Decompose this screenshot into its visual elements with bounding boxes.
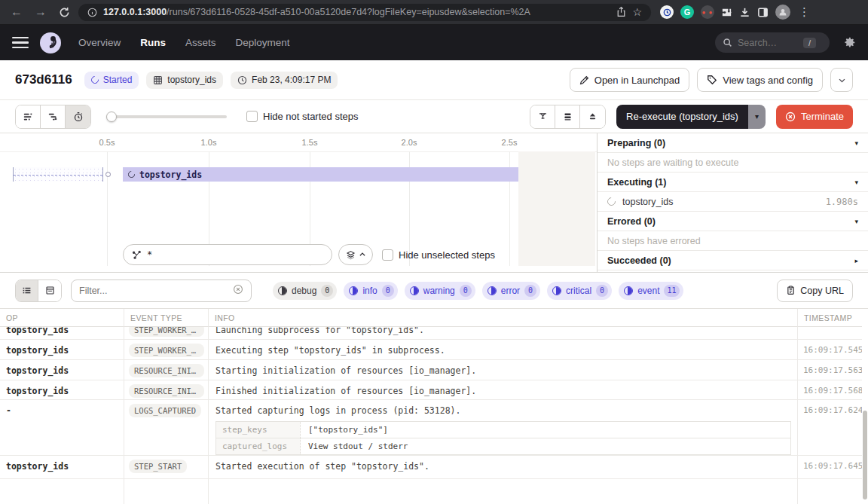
dagster-logo[interactable] bbox=[39, 32, 62, 54]
nav-item-runs[interactable]: Runs bbox=[140, 37, 166, 48]
level-toggle-critical[interactable]: critical 0 bbox=[547, 282, 612, 300]
job-grid-icon bbox=[153, 75, 163, 85]
errored-title: Errored (0) bbox=[607, 216, 656, 227]
run-id-title: 673d6116 bbox=[15, 72, 72, 87]
gantt-bottom-controls: Hide unselected steps bbox=[123, 244, 495, 265]
side-panel-icon[interactable] bbox=[757, 7, 769, 18]
log-timestamp: 16:09:17.624 bbox=[798, 400, 862, 456]
global-search[interactable]: / bbox=[715, 32, 830, 53]
log-op: topstory_ids bbox=[0, 340, 124, 360]
view-tags-config-button[interactable]: View tags and config bbox=[697, 68, 823, 92]
view-mode-waterfall-button[interactable] bbox=[41, 105, 66, 128]
log-filter-field[interactable] bbox=[71, 279, 252, 302]
hide-not-started-checkbox[interactable] bbox=[246, 111, 258, 122]
level-count: 0 bbox=[460, 285, 472, 297]
nav-item-deployment[interactable]: Deployment bbox=[236, 37, 290, 48]
log-scrollbar-thumb[interactable] bbox=[863, 411, 867, 499]
slider-knob[interactable] bbox=[106, 111, 117, 122]
run-time-tag: Feb 23, 4:09:17 PM bbox=[231, 72, 338, 89]
col-op: OP bbox=[0, 309, 124, 327]
log-timestamp: 16:09:17.563 bbox=[798, 360, 862, 380]
log-filter-input[interactable] bbox=[79, 286, 233, 296]
log-row[interactable]: topstory_ids STEP_START Started executio… bbox=[0, 456, 868, 479]
copy-url-button[interactable]: Copy URL bbox=[777, 279, 853, 302]
level-label: info bbox=[362, 286, 377, 296]
log-view-toggle-group bbox=[15, 279, 62, 302]
view-stdout-stderr-link[interactable]: View stdout / stderr bbox=[301, 438, 790, 454]
log-row[interactable]: topstory_ids RESOURCE_INIT_STARTED Start… bbox=[0, 360, 868, 380]
level-toggle-info[interactable]: info 0 bbox=[344, 282, 397, 300]
event-metadata-table: step_keys ["topstory_ids"] captured_logs… bbox=[215, 421, 791, 455]
gantt-chart: 0.5s 1.0s 1.5s 2.0s 2.5s topstory_ids bbox=[0, 133, 598, 272]
rows-expand-icon[interactable] bbox=[555, 105, 580, 128]
nav-item-assets[interactable]: Assets bbox=[185, 37, 216, 48]
level-toggle-warning[interactable]: warning 0 bbox=[405, 282, 475, 300]
clipboard-icon bbox=[786, 286, 796, 295]
run-content-split: 0.5s 1.0s 1.5s 2.0s 2.5s topstory_ids bbox=[0, 133, 868, 273]
gantt-zoom-slider[interactable] bbox=[106, 111, 227, 122]
job-tag[interactable]: topstory_ids bbox=[146, 72, 223, 89]
reexecute-caret-button[interactable]: ▾ bbox=[748, 105, 766, 129]
op-selector-field[interactable] bbox=[123, 244, 332, 265]
layers-icon bbox=[346, 250, 356, 260]
downloads-icon[interactable] bbox=[739, 7, 750, 18]
settings-gear-icon[interactable] bbox=[843, 36, 856, 49]
nav-item-overview[interactable]: Overview bbox=[78, 37, 121, 48]
level-label: error bbox=[501, 286, 520, 296]
terminate-button[interactable]: Terminate bbox=[776, 105, 853, 129]
reexecute-button[interactable]: Re-execute (topstory_ids) bbox=[616, 105, 748, 129]
log-view-structured-button[interactable] bbox=[38, 280, 61, 301]
executing-title: Executing (1) bbox=[607, 177, 667, 188]
log-op: topstory_ids bbox=[0, 327, 124, 340]
browser-forward-icon[interactable]: → bbox=[32, 5, 50, 19]
log-table: OP EVENT TYPE INFO TIMESTAMP topstory_id… bbox=[0, 309, 868, 504]
log-toolbar: debug 0 info 0 warning 0 error 0 critica… bbox=[0, 273, 868, 309]
browser-menu-icon[interactable]: ⋮ bbox=[797, 5, 811, 19]
chevron-up-icon bbox=[359, 251, 366, 258]
level-toggle-event[interactable]: event 11 bbox=[619, 282, 683, 300]
view-mode-flat-button[interactable] bbox=[16, 105, 41, 128]
log-row-clipped[interactable]: topstory_ids STEP_WORKER_STARTING Launch… bbox=[0, 327, 868, 340]
extension-robot-icon[interactable]: ● ● bbox=[701, 5, 714, 19]
hide-unselected-checkbox[interactable] bbox=[382, 249, 393, 261]
bookmark-star-icon[interactable]: ☆ bbox=[632, 6, 642, 18]
terminate-label: Terminate bbox=[801, 111, 844, 122]
hamburger-menu-icon[interactable] bbox=[12, 37, 29, 49]
browser-back-icon[interactable]: ← bbox=[8, 5, 26, 19]
share-icon[interactable] bbox=[616, 7, 626, 17]
gantt-step-bar[interactable]: topstory_ids bbox=[123, 167, 518, 182]
log-row[interactable]: topstory_ids STEP_WORKER_STARTED Executi… bbox=[0, 340, 868, 360]
filter-funnel-icon[interactable] bbox=[530, 105, 555, 128]
gantt-connector-dot bbox=[105, 172, 111, 177]
level-count: 0 bbox=[524, 285, 536, 297]
level-toggle-error[interactable]: error 0 bbox=[482, 282, 540, 300]
log-info: Started execution of step "topstory_ids"… bbox=[209, 456, 798, 479]
clear-filter-icon[interactable] bbox=[233, 284, 243, 297]
log-op: - bbox=[0, 400, 124, 456]
address-bar[interactable]: 127.0.0.1:3000/runs/673d6116-0528-45df-a… bbox=[78, 4, 651, 21]
browser-reload-icon[interactable] bbox=[56, 7, 72, 18]
event-type-pill: STEP_WORKER_STARTING bbox=[129, 327, 204, 337]
panel-section-preparing[interactable]: Preparing (0) ▾ bbox=[598, 133, 868, 153]
open-in-launchpad-button[interactable]: Open in Launchpad bbox=[570, 68, 689, 92]
extension-grammarly-icon[interactable]: G bbox=[680, 5, 694, 19]
log-view-list-button[interactable] bbox=[16, 280, 38, 301]
url-host: 127.0.0.1:3000 bbox=[103, 7, 167, 17]
eject-collapse-icon[interactable] bbox=[580, 105, 605, 128]
executing-step-row[interactable]: topstory_ids 1.980s bbox=[598, 192, 868, 212]
panel-section-executing[interactable]: Executing (1) ▾ bbox=[598, 173, 868, 192]
graph-query-toggle-button[interactable] bbox=[338, 244, 373, 265]
profile-avatar[interactable] bbox=[775, 5, 790, 20]
panel-section-succeeded[interactable]: Succeeded (0) ▸ bbox=[598, 251, 868, 270]
view-mode-timed-button[interactable] bbox=[66, 105, 90, 128]
search-input[interactable] bbox=[738, 38, 798, 48]
page-info-icon[interactable] bbox=[87, 8, 97, 17]
run-actions-caret-button[interactable] bbox=[830, 68, 853, 92]
log-row-logs-captured[interactable]: - LOGS_CAPTURED Started capturing logs i… bbox=[0, 400, 868, 456]
log-row[interactable]: topstory_ids RESOURCE_INIT_SUCCESS Finis… bbox=[0, 380, 868, 400]
extensions-puzzle-icon[interactable] bbox=[721, 7, 732, 18]
op-selector-input[interactable] bbox=[147, 249, 298, 260]
level-toggle-debug[interactable]: debug 0 bbox=[273, 282, 337, 300]
panel-section-errored[interactable]: Errored (0) ▾ bbox=[598, 212, 868, 231]
extension-clock-icon[interactable] bbox=[660, 5, 674, 19]
